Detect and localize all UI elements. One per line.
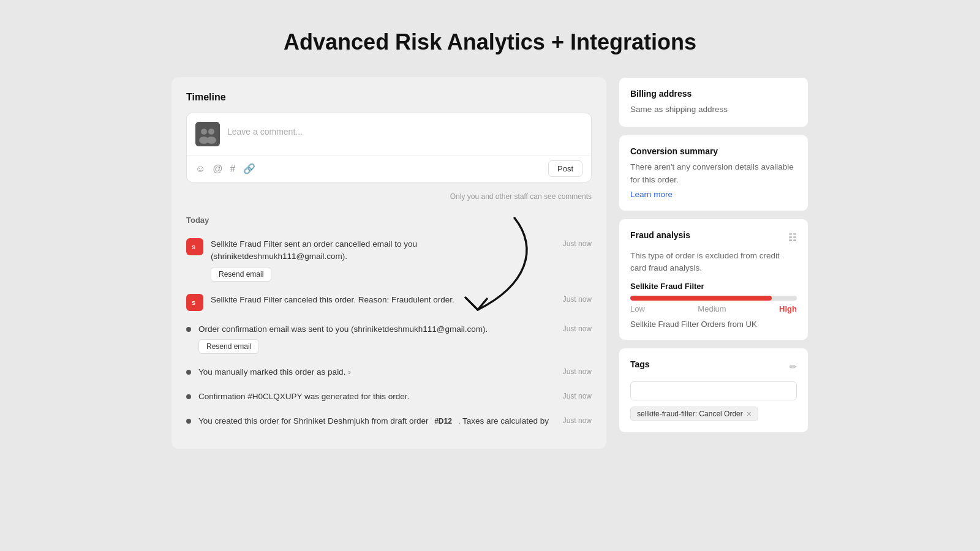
svg-point-2 <box>208 129 214 135</box>
svg-text:S: S <box>192 300 195 306</box>
svg-point-1 <box>201 129 207 135</box>
page-title: Advanced Risk Analytics + Integrations <box>0 0 980 77</box>
comment-input-area: Leave a comment... <box>187 113 591 155</box>
svg-point-4 <box>206 137 216 144</box>
timeline-entry: Order confirmation email was sent to you… <box>186 317 592 360</box>
sellkite-icon: S <box>186 238 203 255</box>
learn-more-link[interactable]: Learn more <box>630 190 673 199</box>
entry-time-3: Just now <box>563 323 592 333</box>
entry-content-5: Confirmation #H0CLQXUPY was generated fo… <box>198 391 556 403</box>
billing-title: Billing address <box>630 89 797 99</box>
entry-content-6: You created this order for Shriniket Des… <box>198 415 556 427</box>
tags-input[interactable] <box>630 381 797 400</box>
entry-dot-4 <box>186 419 191 424</box>
avatar <box>195 122 220 146</box>
risk-medium: Medium <box>698 304 726 313</box>
entry-dot-3 <box>186 394 191 399</box>
post-button[interactable]: Post <box>548 160 582 177</box>
risk-low: Low <box>630 304 645 313</box>
emoji-icon[interactable]: ☺ <box>195 163 205 174</box>
entry-text-2: Sellkite Fraud Filter canceled this orde… <box>211 294 556 306</box>
entry-content-3: Order confirmation email was sent to you… <box>198 323 556 354</box>
fraud-subtitle: Sellkite Fraud Filter Orders from UK <box>630 320 797 329</box>
avatar-image <box>195 122 220 146</box>
tag-chip: sellkite-fraud-filter: Cancel Order × <box>630 407 758 421</box>
list-icon: ☷ <box>788 231 797 243</box>
entry-dot-2 <box>186 370 191 375</box>
fraud-title: Fraud analysis <box>630 230 690 240</box>
entry-time: Just now <box>563 238 592 248</box>
billing-card: Billing address Same as shipping address <box>619 77 809 127</box>
timeline-title: Timeline <box>186 92 592 103</box>
svg-text:S: S <box>192 244 195 250</box>
mention-icon[interactable]: @ <box>213 163 222 174</box>
entry-time-5: Just now <box>563 391 592 400</box>
sellkite-label: Sellkite Fraud Filter <box>630 282 797 291</box>
entry-text-6: You created this order for Shriniket Des… <box>198 415 556 427</box>
resend-email-button-2[interactable]: Resend email <box>198 339 259 354</box>
timeline-entry: You manually marked this order as paid. … <box>186 360 592 384</box>
right-panel: Billing address Same as shipping address… <box>619 77 809 449</box>
comment-placeholder[interactable]: Leave a comment... <box>227 122 582 141</box>
tag-chips-container: sellkite-fraud-filter: Cancel Order × <box>630 407 797 421</box>
risk-bar-container: Low Medium High <box>630 296 797 313</box>
hashtag-icon[interactable]: # <box>230 163 236 174</box>
fraud-excluded-text: This type of order is excluded from cred… <box>630 250 797 275</box>
conversion-text: There aren't any conversion details avai… <box>630 161 797 186</box>
comment-box: Leave a comment... ☺ @ # 🔗 Post <box>186 113 592 182</box>
timeline-entries: S Sellkite Fraud Filter sent an order ca… <box>186 232 592 434</box>
entry-text-3: Order confirmation email was sent to you… <box>198 323 556 335</box>
timeline-entry: You created this order for Shriniket Des… <box>186 409 592 433</box>
sellkite-logo-icon: S <box>190 242 199 251</box>
avatar-svg <box>195 122 220 146</box>
tags-header: Tags ✏ <box>630 359 797 374</box>
tag-remove-button[interactable]: × <box>747 410 752 418</box>
entry-time-6: Just now <box>563 415 592 425</box>
resend-email-button-1[interactable]: Resend email <box>211 267 271 282</box>
entry-content-4: You manually marked this order as paid. … <box>198 366 556 378</box>
conversion-card: Conversion summary There aren't any conv… <box>619 135 809 211</box>
order-tag: #D12 <box>431 416 456 426</box>
entry-time-4: Just now <box>563 366 592 376</box>
fraud-header: Fraud analysis ☷ <box>630 230 797 245</box>
entry-dot <box>186 327 191 332</box>
comment-toolbar: ☺ @ # 🔗 Post <box>187 155 591 182</box>
timeline-today-label: Today <box>186 216 592 225</box>
timeline-entry: S Sellkite Fraud Filter sent an order ca… <box>186 232 592 288</box>
comment-note: Only you and other staff can see comment… <box>186 190 592 206</box>
entry-time-2: Just now <box>563 294 592 304</box>
entry-text-4: You manually marked this order as paid. … <box>198 366 556 378</box>
risk-bar-track <box>630 296 797 301</box>
risk-labels: Low Medium High <box>630 304 797 313</box>
left-panel: Timeline Leave a com <box>172 77 606 449</box>
edit-icon[interactable]: ✏ <box>790 362 797 372</box>
link-icon[interactable]: 🔗 <box>243 163 255 174</box>
entry-text: Sellkite Fraud Filter sent an order canc… <box>211 238 556 263</box>
fraud-card: Fraud analysis ☷ This type of order is e… <box>619 219 809 341</box>
entry-text-5: Confirmation #H0CLQXUPY was generated fo… <box>198 391 556 403</box>
conversion-title: Conversion summary <box>630 146 797 156</box>
entry-content: Sellkite Fraud Filter sent an order canc… <box>211 238 556 282</box>
risk-bar-fill <box>630 296 772 301</box>
sellkite-logo-icon-2: S <box>190 298 199 307</box>
risk-high: High <box>779 304 797 313</box>
main-layout: Timeline Leave a com <box>159 77 821 449</box>
tag-chip-label: sellkite-fraud-filter: Cancel Order <box>637 410 743 418</box>
billing-text: Same as shipping address <box>630 103 797 116</box>
timeline-entry: S Sellkite Fraud Filter canceled this or… <box>186 288 592 317</box>
sellkite-icon-2: S <box>186 294 203 311</box>
tags-card: Tags ✏ sellkite-fraud-filter: Cancel Ord… <box>619 348 809 433</box>
svg-rect-0 <box>195 122 220 146</box>
expand-icon[interactable]: › <box>348 367 350 377</box>
tags-title: Tags <box>630 359 650 369</box>
entry-content-2: Sellkite Fraud Filter canceled this orde… <box>211 294 556 306</box>
timeline-entry: Confirmation #H0CLQXUPY was generated fo… <box>186 384 592 409</box>
